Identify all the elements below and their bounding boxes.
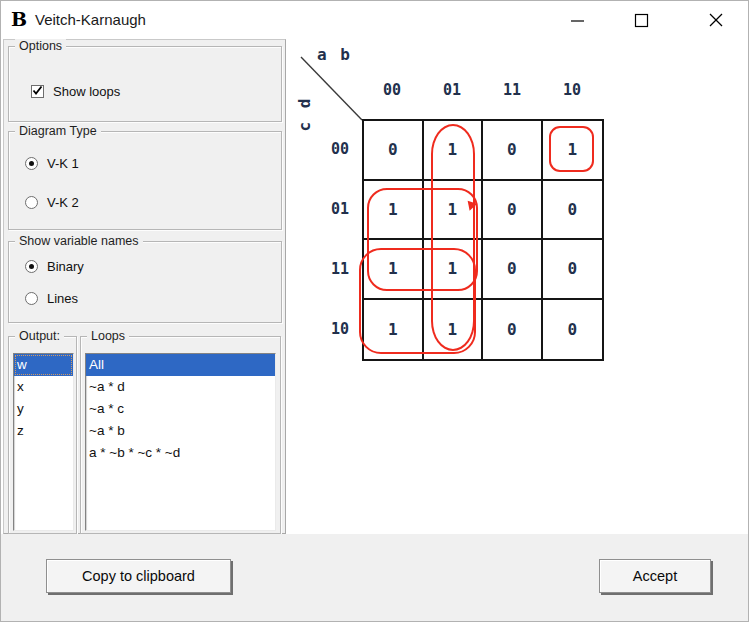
options-group-label: Options bbox=[15, 39, 66, 54]
bottom-button-strip: Copy to clipboard Accept bbox=[1, 534, 748, 622]
col-header-00: 00 bbox=[362, 81, 422, 99]
options-groupbox: Options Show loops bbox=[8, 46, 282, 122]
diagram-type-group-label: Diagram Type bbox=[15, 124, 101, 139]
loops-listbox[interactable]: All ~a * d ~a * c ~a * b a * ~b * ~c * ~… bbox=[85, 353, 276, 531]
radio-binary[interactable] bbox=[25, 260, 38, 273]
veitch-karnaugh-window: B Veitch-Karnaugh Options bbox=[0, 0, 749, 622]
output-item-x[interactable]: x bbox=[14, 376, 73, 398]
checkmark-icon bbox=[32, 84, 43, 99]
close-button[interactable] bbox=[693, 1, 739, 39]
variable-names-groupbox: Show variable names Binary Lines bbox=[8, 241, 282, 323]
app-icon: B bbox=[11, 8, 27, 30]
loops-item-minterm[interactable]: a * ~b * ~c * ~d bbox=[86, 442, 275, 464]
maximize-button[interactable] bbox=[618, 1, 664, 39]
copy-to-clipboard-button[interactable]: Copy to clipboard bbox=[46, 559, 231, 593]
loops-item-nac[interactable]: ~a * c bbox=[86, 398, 275, 420]
kmap-cell-r00c10[interactable]: 1 bbox=[543, 121, 603, 181]
loops-item-nad[interactable]: ~a * d bbox=[86, 376, 275, 398]
kmap-cell-r00c00[interactable]: 0 bbox=[364, 121, 424, 181]
radio-vk1[interactable] bbox=[25, 157, 38, 170]
title-bar: B Veitch-Karnaugh bbox=[1, 1, 748, 39]
radio-dot-icon bbox=[29, 161, 34, 166]
kmap-cell-r01c10[interactable]: 0 bbox=[543, 181, 603, 241]
kmap-cell-r00c01[interactable]: 1 bbox=[424, 121, 484, 181]
col-header-10: 10 bbox=[542, 81, 602, 99]
output-listbox[interactable]: w x y z bbox=[13, 353, 74, 531]
output-item-w[interactable]: w bbox=[14, 354, 73, 376]
kmap-cell-r01c01[interactable]: 1 bbox=[424, 181, 484, 241]
accept-button[interactable]: Accept bbox=[599, 559, 711, 593]
output-item-y[interactable]: y bbox=[14, 398, 73, 420]
show-loops-checkbox-row[interactable]: Show loops bbox=[31, 83, 120, 99]
radio-lines-row[interactable]: Lines bbox=[25, 290, 78, 306]
output-groupbox: Output: w x y z bbox=[8, 336, 77, 534]
kmap-cell-r10c10[interactable]: 0 bbox=[543, 300, 603, 360]
row-header-10: 10 bbox=[309, 299, 349, 359]
radio-vk2[interactable] bbox=[25, 196, 38, 209]
radio-vk2-label: V-K 2 bbox=[47, 195, 79, 210]
diagram-type-groupbox: Diagram Type V-K 1 V-K 2 bbox=[8, 131, 282, 230]
settings-panel: Options Show loops Diagram Type V-K 1 V-… bbox=[3, 39, 286, 534]
minimize-button[interactable] bbox=[554, 1, 600, 39]
kmap-cell-r11c11[interactable]: 0 bbox=[483, 240, 543, 300]
karnaugh-map-area: a b c d 00 01 11 10 00 01 11 10 0 1 0 1 … bbox=[286, 39, 749, 534]
kmap-cell-r11c00[interactable]: 1 bbox=[364, 240, 424, 300]
radio-vk2-row[interactable]: V-K 2 bbox=[25, 194, 79, 210]
variable-names-group-label: Show variable names bbox=[15, 234, 143, 249]
kmap-cell-r11c01[interactable]: 1 bbox=[424, 240, 484, 300]
radio-vk1-label: V-K 1 bbox=[47, 156, 79, 171]
radio-lines[interactable] bbox=[25, 292, 38, 305]
show-loops-label: Show loops bbox=[53, 84, 120, 99]
radio-lines-label: Lines bbox=[47, 291, 78, 306]
row-header-00: 00 bbox=[309, 119, 349, 179]
loops-groupbox: Loops All ~a * d ~a * c ~a * b a * ~b * … bbox=[80, 336, 281, 534]
radio-vk1-row[interactable]: V-K 1 bbox=[25, 155, 79, 171]
kmap-cell-r00c11[interactable]: 0 bbox=[483, 121, 543, 181]
window-title: Veitch-Karnaugh bbox=[35, 11, 146, 28]
kmap-cell-r01c11[interactable]: 0 bbox=[483, 181, 543, 241]
kmap-cell-r10c11[interactable]: 0 bbox=[483, 300, 543, 360]
radio-binary-row[interactable]: Binary bbox=[25, 258, 84, 274]
col-header-11: 11 bbox=[482, 81, 542, 99]
maximize-icon bbox=[634, 13, 649, 28]
loops-group-label: Loops bbox=[87, 329, 129, 344]
kmap-cell-r11c10[interactable]: 0 bbox=[543, 240, 603, 300]
kmap-cell-r01c00[interactable]: 1 bbox=[364, 181, 424, 241]
close-icon bbox=[708, 12, 724, 28]
kmap-grid: 0 1 0 1 1 1 0 0 1 1 0 0 1 1 0 0 bbox=[362, 119, 604, 361]
row-header-11: 11 bbox=[309, 239, 349, 299]
radio-dot-icon bbox=[29, 264, 34, 269]
col-header-01: 01 bbox=[422, 81, 482, 99]
minimize-icon bbox=[570, 13, 585, 28]
show-loops-checkbox[interactable] bbox=[31, 85, 44, 98]
loops-item-all[interactable]: All bbox=[86, 354, 275, 376]
loops-item-nab[interactable]: ~a * b bbox=[86, 420, 275, 442]
kmap-cell-r10c01[interactable]: 1 bbox=[424, 300, 484, 360]
radio-binary-label: Binary bbox=[47, 259, 84, 274]
output-group-label: Output: bbox=[15, 329, 64, 344]
kmap-cell-r10c00[interactable]: 1 bbox=[364, 300, 424, 360]
output-item-z[interactable]: z bbox=[14, 420, 73, 442]
row-header-01: 01 bbox=[309, 179, 349, 239]
